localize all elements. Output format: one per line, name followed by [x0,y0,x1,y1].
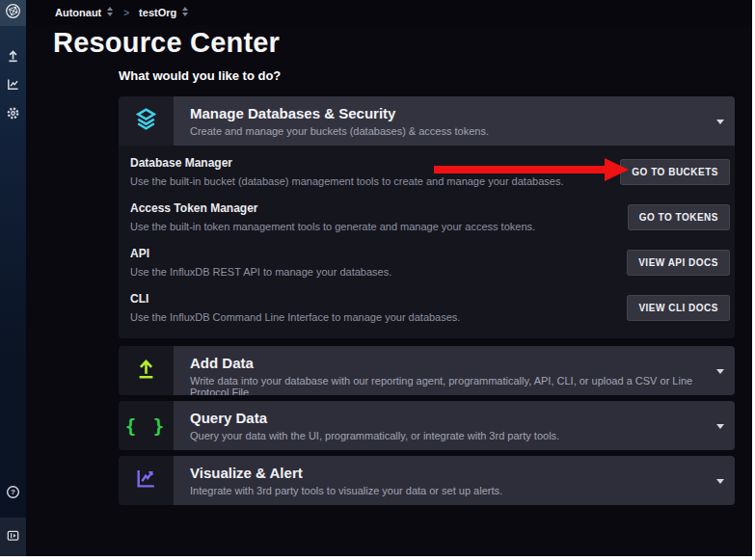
row-text: API Use the InfluxDB REST API to manage … [130,247,627,279]
stack-icon [133,106,159,136]
row-access-token-manager: Access Token Manager Use the built-in to… [130,195,730,240]
card-manage-databases-header[interactable]: Manage Databases & Security Create and m… [119,96,735,146]
card-description: Query your data with the UI, programmati… [190,430,706,441]
sidebar-item-home[interactable] [0,0,26,26]
sidebar: ? [0,0,26,556]
sidebar-bottom: ? [0,479,26,556]
panel-toggle-icon [6,528,20,547]
app-window: ? Autonaut > [0,0,752,556]
card-title: Query Data [190,410,706,426]
row-text: Database Manager Use the built-in bucket… [130,156,620,188]
card-manage-databases-body: Database Manager Use the built-in bucket… [119,146,735,338]
card-header-text: Visualize & Alert Integrate with 3rd par… [174,456,735,505]
view-api-docs-button[interactable]: VIEW API DOCS [627,250,730,276]
card-icon-cell [119,96,174,146]
card-manage-databases: Manage Databases & Security Create and m… [119,96,735,338]
breadcrumb-account-label: Autonaut [55,7,101,18]
row-api: API Use the InfluxDB REST API to manage … [130,240,730,285]
card-description: Create and manage your buckets (database… [190,125,706,137]
card-title: Visualize & Alert [190,465,706,481]
resource-item-description: Use the InfluxDB Command Line Interface … [130,310,613,324]
card-icon-cell [119,456,174,505]
chart-icon [134,467,158,494]
resource-item-title: Database Manager [130,156,607,171]
breadcrumb-separator: > [123,8,129,18]
page-title: Resource Center [53,27,280,59]
svg-text:?: ? [11,488,15,496]
upload-icon [6,48,20,67]
row-text: CLI Use the InfluxDB Command Line Interf… [130,292,627,324]
resource-item-description: Use the InfluxDB REST API to manage your… [130,265,613,279]
chevron-down-icon[interactable] [716,369,724,374]
resource-item-title: CLI [130,292,613,307]
card-visualize-alert: Visualize & Alert Integrate with 3rd par… [119,456,735,505]
chevron-down-icon[interactable] [716,424,724,429]
view-cli-docs-button[interactable]: VIEW CLI DOCS [627,295,730,321]
card-icon-cell [119,346,174,395]
card-title: Add Data [190,355,706,371]
topbar: Autonaut > testOrg [26,0,752,25]
gear-icon [6,106,20,124]
upload-icon [134,357,158,385]
card-add-data: Add Data Write data into your database w… [119,346,735,395]
card-header-text: Manage Databases & Security Create and m… [174,96,735,146]
sidebar-item-help[interactable]: ? [0,479,26,508]
resource-item-title: Access Token Manager [130,201,614,216]
influxdata-logo-icon [5,3,21,23]
card-description: Write data into your database with our r… [190,375,706,395]
resource-item-title: API [130,247,613,261]
braces-icon: { } [125,415,167,437]
row-text: Access Token Manager Use the built-in to… [130,201,628,233]
card-add-data-header[interactable]: Add Data Write data into your database w… [119,346,735,395]
chevron-down-icon[interactable] [716,120,724,124]
row-database-manager: Database Manager Use the built-in bucket… [130,149,730,195]
resource-item-description: Use the built-in bucket (database) manag… [130,174,607,188]
go-to-buckets-button[interactable]: GO TO BUCKETS [620,159,730,185]
card-query-data: { } Query Data Query your data with the … [119,401,735,450]
sidebar-item-settings[interactable] [0,100,26,129]
card-description: Integrate with 3rd party tools to visual… [190,485,706,496]
go-to-tokens-button[interactable]: GO TO TOKENS [628,204,730,230]
sidebar-item-version[interactable] [0,518,26,556]
help-icon: ? [6,485,20,503]
sort-caret-icon [181,4,189,21]
graph-icon [6,77,20,95]
sidebar-item-data-explorer[interactable] [0,71,26,100]
page-subtitle: What would you like to do? [119,68,281,83]
card-header-text: Add Data Write data into your database w… [174,346,735,395]
breadcrumb-org[interactable]: testOrg [139,4,189,21]
card-visualize-alert-header[interactable]: Visualize & Alert Integrate with 3rd par… [119,456,735,505]
breadcrumb-account[interactable]: Autonaut [55,4,114,21]
card-title: Manage Databases & Security [190,105,706,121]
card-icon-cell: { } [119,401,174,450]
sidebar-item-load-data[interactable] [0,42,26,71]
resource-item-description: Use the built-in token management tools … [130,220,614,233]
chevron-down-icon[interactable] [716,479,724,484]
sidebar-nav [0,42,26,129]
card-query-data-header[interactable]: { } Query Data Query your data with the … [119,401,735,450]
sort-caret-icon [106,4,114,21]
breadcrumb-org-label: testOrg [139,7,176,18]
resource-cards: Manage Databases & Security Create and m… [119,96,735,505]
card-header-text: Query Data Query your data with the UI, … [174,401,735,450]
row-cli: CLI Use the InfluxDB Command Line Interf… [130,285,730,331]
